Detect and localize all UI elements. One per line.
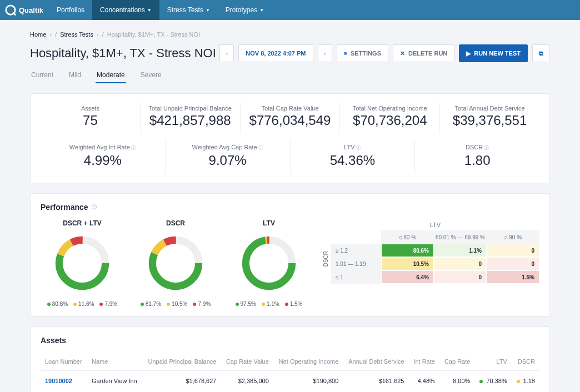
window-icon: ⧉ [539,50,543,57]
performance-panel: Performance ⓘ DSCR + LTV 80.6% 11.6% 7.9… [30,193,550,316]
stat-upb: Total Unpaid Principal Balance $421,857,… [141,103,241,134]
risk-matrix: DSCR LTV ≤ 80 % 80.01 % — 89.99 % ≥ 90 %… [321,219,539,307]
settings-button[interactable]: ≡ SETTINGS [337,44,388,62]
assets-panel: Assets Loan Number Name Unpaid Principal… [30,326,550,392]
info-icon[interactable]: ⓘ [484,145,489,150]
col-upb[interactable]: Unpaid Principal Balance [142,353,221,371]
caret-down-icon: ▼ [206,8,210,13]
sliders-icon: ≡ [344,50,347,57]
stat-wair: Weighted Avg Int Rateⓘ 4.99% [41,139,166,174]
status-dot-icon [517,380,520,383]
matrix-cell-1-1: 80.6% [381,244,434,257]
crumb-stress[interactable]: Stress Tests [60,31,93,38]
run-new-test-button[interactable]: ▶ RUN NEW TEST [459,44,528,62]
col-loan[interactable]: Loan Number [41,353,87,371]
performance-title: Performance ⓘ [41,203,539,212]
cell-ads: $161,625 [343,371,408,391]
cell-noi: $190,800 [273,371,343,391]
col-noi[interactable]: Net Operating Income [273,353,343,371]
top-nav: Qualtik Portfolios Concentrations▼ Stres… [0,0,580,20]
prev-run-button[interactable]: ‹ [219,44,234,62]
col-name[interactable]: Name [87,353,142,371]
matrix-cell-2-1: 10.5% [381,257,434,270]
qualtik-logo-icon [4,4,17,16]
col-caprate[interactable]: Cap Rate [439,353,474,371]
matrix-col-3: ≥ 90 % [487,230,539,244]
col-int[interactable]: Int Rate [409,353,439,371]
delete-run-button[interactable]: ✕ DELETE RUN [393,44,454,62]
cell-ltv: 70.38% [474,371,511,391]
donut-dscr: DSCR 81.7% 10.5% 7.9% [134,219,217,307]
brand-text: Qualtik [19,6,43,14]
stat-noi: Total Net Operating Income $70,736,204 [340,103,440,134]
matrix-cell-3-1: 6.4% [381,270,434,284]
tab-current[interactable]: Current [30,68,54,83]
matrix-col-2: 80.01 % — 89.99 % [434,230,487,244]
crumb-current: Hospitality, $1M+, TX - Stress NOI [107,31,200,38]
assets-title: Assets [41,336,539,345]
matrix-cell-2-2: 0 [434,257,487,270]
nav-prototypes[interactable]: Prototypes▼ [218,0,272,20]
donut-dscr-ltv: DSCR + LTV 80.6% 11.6% 7.9% [41,219,124,307]
page-title: Hospitality, $1M+, TX - Stress NOI [30,46,216,61]
brand-logo[interactable]: Qualtik [4,4,49,16]
info-icon[interactable]: ⓘ [131,145,136,150]
stat-ads: Total Annual Debt Service $39,376,551 [440,103,539,134]
next-run-button[interactable]: › [318,44,332,62]
cell-dscr: 1.18 [512,371,539,391]
matrix-cell-2-3: 0 [487,257,539,270]
caret-down-icon: ▼ [259,8,264,13]
stats-panel: Assets 75 Total Unpaid Principal Balance… [30,93,550,183]
tab-mild[interactable]: Mild [68,68,82,83]
cell-int: 4.48% [409,371,439,391]
breadcrumb: Home ›/ Stress Tests ›/ Hospitality, $1M… [30,31,550,38]
nav-portfolios[interactable]: Portfolios [49,0,92,20]
assets-table: Loan Number Name Unpaid Principal Balanc… [41,353,539,391]
donut-chart-icon [52,233,113,294]
play-icon: ▶ [466,50,471,57]
table-row[interactable]: 19010002 Garden View Inn $1,678,627 $2,3… [41,371,539,391]
export-button[interactable]: ⧉ [532,44,550,62]
tab-severe[interactable]: Severe [139,68,163,83]
stat-cap-value: Total Cap Rate Value $776,034,549 [241,103,341,134]
cell-name: Garden View Inn [87,371,142,391]
col-dscr[interactable]: DSCR [512,353,539,371]
col-cap[interactable]: Cap Rate Value [221,353,273,371]
stat-dscr: DSCRⓘ 1.80 [415,139,539,174]
matrix-cell-3-3: 1.5% [487,270,539,284]
col-ltv[interactable]: LTV [474,353,511,371]
close-icon: ✕ [400,50,405,57]
stat-assets: Assets 75 [41,103,141,134]
matrix-cell-1-2: 1.1% [434,244,487,257]
matrix-y-label: DSCR [321,251,331,267]
matrix-cell-1-3: 0 [487,244,539,257]
nav-concentrations[interactable]: Concentrations▼ [92,0,159,20]
info-icon[interactable]: ⓘ [258,145,263,150]
run-date-button[interactable]: NOV 8, 2022 4:07 PM [238,44,313,62]
stat-ltv: LTVⓘ 54.36% [291,139,416,174]
nav-stress-tests[interactable]: Stress Tests▼ [159,0,218,20]
cell-cap: $2,385,000 [221,371,273,391]
donut-chart-icon [145,233,206,294]
matrix-col-1: ≤ 80 % [381,230,434,244]
severity-tabs: Current Mild Moderate Severe [30,68,550,83]
matrix-row-1: ≥ 1.2 [331,244,381,257]
cell-caprate: 8.00% [439,371,474,391]
action-bar: ‹ NOV 8, 2022 4:07 PM › ≡ SETTINGS ✕ DEL… [219,44,550,62]
crumb-home[interactable]: Home [30,31,46,38]
matrix-row-3: ≤ 1 [331,270,381,284]
status-dot-icon [479,380,483,383]
info-icon[interactable]: ⓘ [356,145,361,150]
cell-upb: $1,678,627 [142,371,221,391]
donut-chart-icon [238,233,299,294]
matrix-x-label: LTV [331,222,539,228]
caret-down-icon: ▼ [147,8,152,13]
donut-ltv: LTV 97.5% 1.1% 1.5% [227,219,311,307]
col-ads[interactable]: Annual Debt Service [343,353,408,371]
matrix-cell-3-2: 0 [434,270,487,284]
info-icon[interactable]: ⓘ [92,204,97,211]
matrix-row-2: 1.01 — 1.19 [331,257,381,270]
stat-wacr: Weighted Avg Cap Rateⓘ 9.07% [166,139,291,174]
tab-moderate[interactable]: Moderate [96,68,126,83]
cell-loan[interactable]: 19010002 [41,371,87,391]
